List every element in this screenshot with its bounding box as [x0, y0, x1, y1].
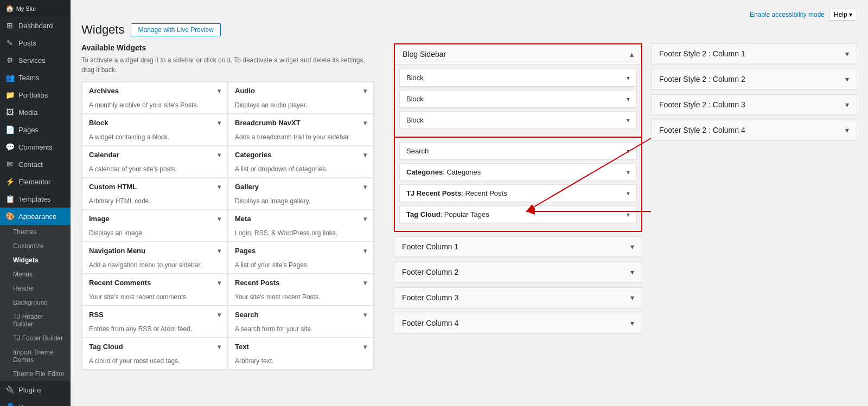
available-widgets-heading: Available Widgets [81, 43, 385, 52]
widget-desc: Displays an image gallery. [228, 195, 373, 209]
widget-item-text[interactable]: Text ▾ Arbitrary text. [228, 338, 374, 370]
widget-item-breadcrumb[interactable]: Breadcrumb NavXT ▾ Adds a breadcrumb tra… [228, 114, 374, 146]
widget-item-recent-comments[interactable]: Recent Comments ▾ Your site's most recen… [82, 274, 228, 306]
blog-widget-name: Block [406, 95, 424, 103]
widget-desc: A calendar of your site's posts. [82, 163, 227, 177]
blog-sidebar-bottom-content: Search ▾ Categories: Categories ▾ [395, 138, 641, 231]
widget-item-navigation-menu[interactable]: Navigation Menu ▾ Add a navigation menu … [82, 242, 228, 274]
chevron-down-icon: ▾ [845, 75, 849, 83]
widget-item-gallery[interactable]: Gallery ▾ Displays an image gallery. [228, 178, 374, 210]
widget-item-audio[interactable]: Audio ▾ Displays an audio player. [228, 82, 374, 114]
sidebar-item-elementor[interactable]: ⚡ Elementor [0, 173, 71, 190]
footer-column-4-panel: Footer Column 4 ▾ [394, 313, 642, 334]
sidebar-item-label: Elementor [18, 178, 50, 186]
blog-widget-search[interactable]: Search ▾ [399, 142, 637, 160]
chevron-down-icon: ▾ [218, 311, 221, 319]
submenu-header[interactable]: Header [0, 281, 71, 295]
widget-item-calendar[interactable]: Calendar ▾ A calendar of your site's pos… [82, 146, 228, 178]
chevron-down-icon: ▾ [845, 49, 849, 58]
blog-sidebar-title: Blog Sidebar [403, 50, 446, 59]
sidebar-item-dashboard[interactable]: ⊞ Dashboard [0, 17, 71, 34]
widget-item-custom-html[interactable]: Custom HTML ▾ Arbitrary HTML code. [82, 178, 228, 210]
chevron-down-icon: ▾ [845, 100, 849, 109]
footer-style2-col1-header[interactable]: Footer Style 2 : Column 1 ▾ [652, 44, 857, 64]
widget-item-meta[interactable]: Meta ▾ Login, RSS, & WordPress.org links… [228, 210, 374, 242]
submenu-import-theme-demos[interactable]: Import Theme Demos [0, 345, 71, 367]
widget-name: Search [235, 311, 258, 319]
widget-item-block[interactable]: Block ▾ A widget containing a block. [82, 114, 228, 146]
footer-style2-col2-panel: Footer Style 2 : Column 2 ▾ [651, 69, 857, 90]
widget-name: Pages [235, 247, 256, 255]
footer-column-3-header[interactable]: Footer Column 3 ▾ [394, 288, 642, 308]
sidebar-item-plugins[interactable]: 🔌 Plugins [0, 381, 71, 398]
widget-item-image[interactable]: Image ▾ Displays an image. [82, 210, 228, 242]
widget-desc: Adds a breadcrumb trail to your sidebar [228, 131, 373, 145]
chevron-down-icon: ▾ [363, 183, 367, 191]
sidebar-item-services[interactable]: ⚙ Services [0, 51, 71, 69]
widget-item-archives[interactable]: Archives ▾ A monthly archive of your sit… [82, 82, 228, 114]
submenu-customize[interactable]: Customize [0, 239, 71, 253]
blog-sidebar-header[interactable]: Blog Sidebar ▴ [395, 44, 641, 65]
blog-widget-categories[interactable]: Categories: Categories ▾ [399, 163, 637, 181]
sidebar-item-contact[interactable]: ✉ Contact [0, 156, 71, 173]
blog-widget-block-1[interactable]: Block ▾ [399, 69, 637, 87]
blog-widget-name: Categories: Categories [406, 168, 481, 176]
sidebar-item-users[interactable]: 👤 Users [0, 398, 71, 406]
widget-name: Navigation Menu [89, 247, 145, 255]
footer-style2-col4-header[interactable]: Footer Style 2 : Column 4 ▾ [652, 120, 857, 140]
submenu-theme-file-editor[interactable]: Theme File Editor [0, 367, 71, 381]
all-sidebars: Blog Sidebar ▴ Block ▾ [394, 43, 857, 370]
footer-column-2-header[interactable]: Footer Column 2 ▾ [394, 262, 642, 282]
sidebar-item-pages[interactable]: 📄 Pages [0, 121, 71, 138]
main-content: Enable accessibility mode Help ▾ Widgets… [71, 0, 868, 406]
blog-widget-tj-recent-posts[interactable]: TJ Recent Posts: Recent Posts ▾ [399, 184, 637, 202]
sidebar-item-teams[interactable]: 👥 Teams [0, 69, 71, 86]
widget-item-search[interactable]: Search ▾ A search form for your site. [228, 306, 374, 338]
submenu-tj-header-builder[interactable]: TJ Header Builder [0, 310, 71, 331]
pages-icon: 📄 [5, 125, 14, 134]
footer-column-1-header[interactable]: Footer Column 1 ▾ [394, 237, 642, 257]
widget-item-tag-cloud[interactable]: Tag Cloud ▾ A cloud of your most used ta… [82, 338, 228, 370]
footer-style2-col3-header[interactable]: Footer Style 2 : Column 3 ▾ [652, 95, 857, 115]
widget-item-rss[interactable]: RSS ▾ Entries from any RSS or Atom feed. [82, 306, 228, 338]
chevron-down-icon: ▾ [630, 242, 634, 251]
sidebar-item-templates[interactable]: 📋 Templates [0, 190, 71, 208]
templates-icon: 📋 [5, 195, 14, 203]
chevron-down-icon: ▾ [845, 126, 849, 134]
manage-live-preview-button[interactable]: Manage with Live Preview [131, 23, 220, 36]
widget-item-recent-posts[interactable]: Recent Posts ▾ Your site's most recent P… [228, 274, 374, 306]
widget-name: RSS [89, 311, 104, 319]
footer-style2-col2-header[interactable]: Footer Style 2 : Column 2 ▾ [652, 69, 857, 89]
center-sidebars: Blog Sidebar ▴ Block ▾ [394, 43, 642, 370]
sidebar-item-portfolios[interactable]: 📁 Portfolios [0, 86, 71, 104]
submenu-background[interactable]: Background [0, 295, 71, 310]
widget-desc: Displays an audio player. [228, 99, 373, 113]
widget-item-pages[interactable]: Pages ▾ A list of your site's Pages. [228, 242, 374, 274]
blog-widget-block-3[interactable]: Block ▾ [399, 111, 637, 129]
submenu-themes[interactable]: Themes [0, 225, 71, 239]
chevron-down-icon: ▾ [630, 268, 634, 276]
widget-item-categories[interactable]: Categories ▾ A list or dropdown of categ… [228, 146, 374, 178]
submenu-tj-footer-builder[interactable]: TJ Footer Builder [0, 331, 71, 345]
help-button[interactable]: Help ▾ [829, 9, 857, 21]
elementor-icon: ⚡ [5, 177, 14, 186]
chevron-down-icon: ▾ [363, 87, 367, 95]
sidebar-item-comments[interactable]: 💬 Comments [0, 138, 71, 156]
sidebar-item-appearance[interactable]: 🎨 Appearance [0, 208, 71, 225]
chevron-down-icon: ▾ [627, 74, 630, 82]
sidebar-item-posts[interactable]: ✎ Posts [0, 34, 71, 51]
footer-column-4-header[interactable]: Footer Column 4 ▾ [394, 313, 642, 333]
blog-widget-block-2[interactable]: Block ▾ [399, 90, 637, 108]
submenu-widgets[interactable]: Widgets [0, 253, 71, 267]
submenu-menus[interactable]: Menus [0, 267, 71, 281]
widget-name: Meta [235, 215, 251, 223]
widget-desc: A list of your site's Pages. [228, 259, 373, 273]
widget-name: Audio [235, 87, 255, 95]
widget-desc: Add a navigation menu to your sidebar. [82, 259, 227, 273]
chevron-down-icon: ▾ [627, 147, 630, 155]
blog-widget-tag-cloud[interactable]: Tag Cloud: Popular Tages ▾ [399, 205, 637, 223]
sidebar-item-label: Contact [18, 160, 43, 169]
sidebar-item-media[interactable]: 🖼 Media [0, 104, 71, 121]
accessibility-link[interactable]: Enable accessibility mode [750, 11, 825, 18]
widget-name: Categories [235, 151, 271, 159]
